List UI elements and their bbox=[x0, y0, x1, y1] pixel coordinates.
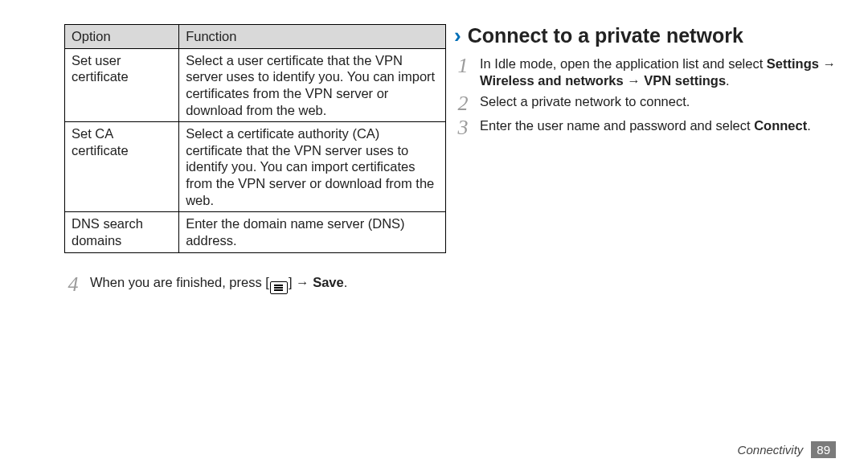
table-row: Set user certificate Select a user certi… bbox=[65, 48, 446, 122]
text: ] → bbox=[289, 275, 313, 289]
menu-icon bbox=[270, 281, 288, 294]
connect-label: Connect bbox=[754, 118, 807, 133]
chevron-right-icon: › bbox=[454, 25, 461, 46]
table-row: Set CA certificate Select a certificate … bbox=[65, 122, 446, 212]
text: When you are finished, press [ bbox=[90, 275, 269, 289]
step-2: 2 Select a private network to connect. bbox=[454, 93, 836, 114]
section-heading: › Connect to a private network bbox=[454, 24, 836, 47]
right-column: › Connect to a private network 1 In Idle… bbox=[454, 24, 836, 455]
options-table: Option Function Set user certificate Sel… bbox=[64, 24, 446, 253]
step-text: Enter the user name and password and sel… bbox=[480, 117, 811, 134]
text: In Idle mode, open the application list … bbox=[480, 56, 767, 71]
step-3: 3 Enter the user name and password and s… bbox=[454, 117, 836, 138]
step-text: In Idle mode, open the application list … bbox=[480, 55, 836, 90]
step-number: 4 bbox=[64, 274, 82, 295]
text: Enter the user name and password and sel… bbox=[480, 118, 754, 133]
cell-option: Set user certificate bbox=[65, 48, 179, 122]
cell-function: Enter the domain name server (DNS) addre… bbox=[179, 212, 446, 252]
steps-list: 1 In Idle mode, open the application lis… bbox=[454, 55, 836, 138]
table-header-row: Option Function bbox=[65, 25, 446, 49]
heading-text: Connect to a private network bbox=[468, 24, 743, 47]
text: . bbox=[344, 275, 348, 289]
cell-function: Select a user certificate that the VPN s… bbox=[179, 48, 446, 122]
section-name: Connectivity bbox=[738, 443, 804, 457]
step-number: 1 bbox=[454, 55, 472, 76]
page: Option Function Set user certificate Sel… bbox=[0, 0, 868, 471]
step-text: Select a private network to connect. bbox=[480, 93, 690, 110]
step-number: 2 bbox=[454, 93, 472, 114]
th-function: Function bbox=[179, 25, 446, 49]
table-row: DNS search domains Enter the domain name… bbox=[65, 212, 446, 252]
step-number: 3 bbox=[454, 117, 472, 138]
step-4: 4 When you are finished, press [] → Save… bbox=[64, 274, 414, 295]
th-option: Option bbox=[65, 25, 179, 49]
save-label: Save bbox=[313, 275, 344, 289]
page-footer: Connectivity 89 bbox=[738, 441, 836, 458]
cell-function: Select a certificate authority (CA) cert… bbox=[179, 122, 446, 212]
step-text: When you are finished, press [] → Save. bbox=[90, 274, 347, 294]
text: . bbox=[807, 118, 811, 133]
step-1: 1 In Idle mode, open the application lis… bbox=[454, 55, 836, 90]
text: . bbox=[726, 73, 730, 88]
cell-option: DNS search domains bbox=[65, 212, 179, 252]
cell-option: Set CA certificate bbox=[65, 122, 179, 212]
left-column: Option Function Set user certificate Sel… bbox=[32, 24, 414, 455]
page-number: 89 bbox=[811, 441, 836, 458]
